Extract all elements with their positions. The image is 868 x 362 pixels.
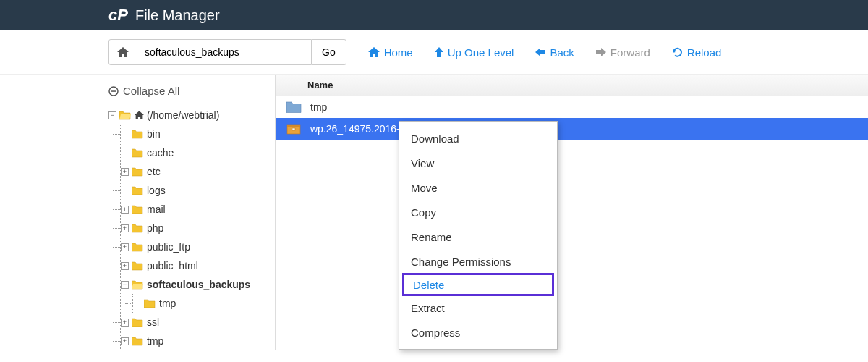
file-row[interactable]: tmp xyxy=(276,96,868,118)
go-button[interactable]: Go xyxy=(311,39,346,65)
tree-toggle[interactable]: + xyxy=(121,224,129,232)
reload-icon xyxy=(672,47,683,58)
tree-toggle[interactable]: + xyxy=(121,262,129,270)
path-input[interactable] xyxy=(137,39,311,65)
tree-node-label: public_ftp xyxy=(147,241,190,253)
collapse-icon xyxy=(109,86,119,96)
file-rows: tmpwp.26_14975.2016-12-07_20-17-45.tar.g… xyxy=(276,96,868,140)
folder-icon xyxy=(132,205,143,214)
ctx-view[interactable]: View xyxy=(399,151,557,175)
nav-forward: Forward xyxy=(596,46,650,59)
folder-icon xyxy=(132,148,143,158)
tree-node-ssl[interactable]: +ssl xyxy=(121,313,275,332)
tree-node-public_ftp[interactable]: +public_ftp xyxy=(121,237,275,256)
nav-up[interactable]: Up One Level xyxy=(435,46,514,59)
tree-node-label: tmp xyxy=(147,335,163,347)
tree-toggle[interactable]: + xyxy=(121,206,129,214)
folder-tree: − (/home/webtrial) bincache+etclogs+mail… xyxy=(109,106,275,350)
tree-toggle[interactable]: + xyxy=(121,319,129,327)
folder-icon xyxy=(132,337,143,346)
tree-node-tmp[interactable]: tmp xyxy=(133,294,275,313)
back-arrow-icon xyxy=(535,48,545,56)
file-row[interactable]: wp.26_14975.2016-12-07_20-17-45.tar.gz xyxy=(276,118,868,140)
ctx-change-permissions[interactable]: Change Permissions xyxy=(399,249,557,274)
nav-home-label: Home xyxy=(384,46,413,59)
folder-open-icon xyxy=(119,111,131,120)
tree-toggle[interactable]: + xyxy=(121,243,129,251)
nav-reload-label: Reload xyxy=(687,46,722,59)
tree-node-label: tmp xyxy=(159,298,176,309)
tree-node-etc[interactable]: +etc xyxy=(121,162,275,181)
archive-icon xyxy=(286,122,302,135)
svg-rect-4 xyxy=(292,128,295,130)
tree-root[interactable]: − (/home/webtrial) xyxy=(109,106,275,125)
tree-toggle[interactable]: − xyxy=(121,281,129,289)
tree-node-php[interactable]: +php xyxy=(121,219,275,237)
svg-rect-1 xyxy=(111,90,116,92)
tree-node-bin[interactable]: bin xyxy=(121,125,275,143)
collapse-all-label: Collapse All xyxy=(123,85,179,97)
tree-node-cache[interactable]: cache xyxy=(121,143,275,162)
tree-node-label: bin xyxy=(147,128,161,140)
tree-toggle[interactable]: + xyxy=(121,168,129,176)
nav-up-label: Up One Level xyxy=(448,46,514,59)
home-icon xyxy=(135,111,144,119)
context-menu: DownloadViewMoveCopyRenameChange Permiss… xyxy=(399,121,558,350)
folder-icon xyxy=(132,243,143,252)
ctx-delete[interactable]: Delete xyxy=(402,273,554,296)
nav-forward-label: Forward xyxy=(610,46,650,59)
cp-logo: cP xyxy=(109,6,128,25)
file-name: tmp xyxy=(310,101,327,113)
folder-icon xyxy=(132,318,143,327)
up-arrow-icon xyxy=(435,47,443,57)
tree-node-label: ssl xyxy=(147,316,159,328)
nav-back[interactable]: Back xyxy=(535,46,574,59)
content: Collapse All − (/home/webtrial) bincache… xyxy=(0,75,868,350)
ctx-compress[interactable]: Compress xyxy=(399,320,557,345)
tree-node-label: php xyxy=(147,222,163,234)
tree-children: bincache+etclogs+mail+php+public_ftp+pub… xyxy=(120,125,275,350)
ctx-copy[interactable]: Copy xyxy=(399,200,557,224)
tree-children: tmp xyxy=(132,294,275,313)
tree-node-softaculous_backups[interactable]: −softaculous_backups xyxy=(121,275,275,294)
folder-icon xyxy=(132,167,143,177)
forward-arrow-icon xyxy=(596,48,606,56)
folder-open-icon xyxy=(132,280,143,290)
tree-node-tmp[interactable]: +tmp xyxy=(121,332,275,350)
nav-back-label: Back xyxy=(550,46,574,59)
tree-node-label: logs xyxy=(147,185,166,196)
toolbar: Go Home Up One Level Back Forward Reload xyxy=(0,30,868,75)
folder-icon xyxy=(132,186,143,195)
folder-icon xyxy=(144,299,156,308)
tree-toggle[interactable]: − xyxy=(109,111,116,119)
collapse-all[interactable]: Collapse All xyxy=(109,85,275,97)
ctx-extract[interactable]: Extract xyxy=(399,295,557,320)
folder-icon xyxy=(132,261,143,271)
nav-home[interactable]: Home xyxy=(368,46,413,59)
table-header: Name xyxy=(276,75,868,96)
tree-node-label: etc xyxy=(147,166,161,177)
tree-node-label: cache xyxy=(147,147,174,159)
ctx-move[interactable]: Move xyxy=(399,175,557,200)
tree-toggle[interactable]: + xyxy=(121,337,129,345)
svg-rect-3 xyxy=(287,125,300,127)
home-button[interactable] xyxy=(109,39,137,65)
ctx-download[interactable]: Download xyxy=(399,126,557,151)
app-title: File Manager xyxy=(135,7,220,24)
tree-node-label: softaculous_backups xyxy=(147,279,250,290)
home-icon xyxy=(368,47,380,57)
nav-reload[interactable]: Reload xyxy=(672,46,722,59)
folder-icon xyxy=(286,101,302,114)
ctx-rename[interactable]: Rename xyxy=(399,224,557,249)
tree-node-logs[interactable]: logs xyxy=(121,181,275,200)
tree-node-label: mail xyxy=(147,203,166,215)
column-name-header[interactable]: Name xyxy=(307,80,333,90)
tree-node-mail[interactable]: +mail xyxy=(121,200,275,219)
tree-node-public_html[interactable]: +public_html xyxy=(121,256,275,275)
folder-icon xyxy=(132,130,143,139)
app-header: cP File Manager xyxy=(0,0,868,30)
nav-links: Home Up One Level Back Forward Reload xyxy=(368,46,722,59)
tree-node-label: public_html xyxy=(147,260,198,272)
home-icon xyxy=(117,47,129,57)
folder-icon xyxy=(132,224,143,233)
